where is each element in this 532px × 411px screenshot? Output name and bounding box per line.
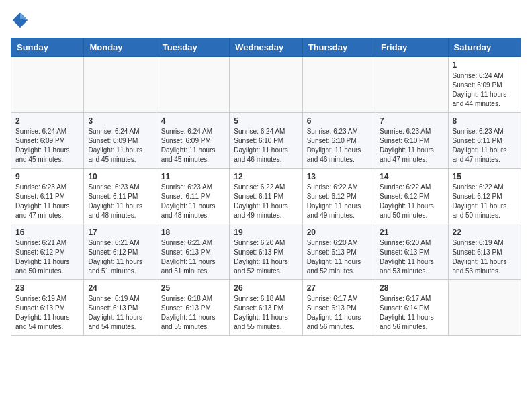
day-info: Sunrise: 6:18 AM Sunset: 6:13 PM Dayligh…	[234, 294, 298, 332]
day-info: Sunrise: 6:21 AM Sunset: 6:12 PM Dayligh…	[88, 238, 152, 276]
day-info: Sunrise: 6:19 AM Sunset: 6:13 PM Dayligh…	[15, 294, 79, 332]
calendar-cell: 28Sunrise: 6:17 AM Sunset: 6:14 PM Dayli…	[375, 280, 448, 336]
day-number: 3	[88, 116, 152, 126]
calendar-cell: 10Sunrise: 6:23 AM Sunset: 6:11 PM Dayli…	[84, 169, 157, 224]
day-info: Sunrise: 6:20 AM Sunset: 6:13 PM Dayligh…	[234, 238, 298, 276]
day-number: 25	[161, 283, 225, 293]
calendar-cell: 2Sunrise: 6:24 AM Sunset: 6:09 PM Daylig…	[11, 113, 84, 169]
calendar-cell	[84, 57, 157, 113]
calendar-header-tuesday: Tuesday	[157, 38, 229, 57]
calendar-cell: 22Sunrise: 6:19 AM Sunset: 6:13 PM Dayli…	[448, 224, 521, 280]
calendar-cell: 13Sunrise: 6:22 AM Sunset: 6:12 PM Dayli…	[302, 169, 375, 224]
day-info: Sunrise: 6:22 AM Sunset: 6:12 PM Dayligh…	[380, 183, 443, 220]
calendar-table: SundayMondayTuesdayWednesdayThursdayFrid…	[11, 38, 521, 336]
day-number: 2	[15, 116, 79, 126]
calendar-cell: 23Sunrise: 6:19 AM Sunset: 6:13 PM Dayli…	[11, 280, 84, 336]
calendar-cell: 1Sunrise: 6:24 AM Sunset: 6:09 PM Daylig…	[448, 57, 521, 113]
day-info: Sunrise: 6:20 AM Sunset: 6:13 PM Dayligh…	[380, 238, 443, 276]
calendar-header-friday: Friday	[375, 38, 448, 57]
day-info: Sunrise: 6:22 AM Sunset: 6:12 PM Dayligh…	[307, 183, 371, 220]
calendar-cell: 19Sunrise: 6:20 AM Sunset: 6:13 PM Dayli…	[230, 224, 302, 280]
calendar-cell: 5Sunrise: 6:24 AM Sunset: 6:10 PM Daylig…	[230, 113, 302, 169]
day-info: Sunrise: 6:21 AM Sunset: 6:13 PM Dayligh…	[161, 238, 225, 276]
day-number: 1	[453, 60, 517, 70]
calendar-cell: 3Sunrise: 6:24 AM Sunset: 6:09 PM Daylig…	[84, 113, 157, 169]
day-number: 16	[15, 228, 79, 237]
day-number: 13	[307, 172, 371, 181]
calendar-week-1: 1Sunrise: 6:24 AM Sunset: 6:09 PM Daylig…	[11, 57, 521, 113]
calendar-cell: 26Sunrise: 6:18 AM Sunset: 6:13 PM Dayli…	[230, 280, 302, 336]
day-number: 6	[307, 116, 371, 126]
day-number: 20	[307, 228, 371, 237]
day-info: Sunrise: 6:24 AM Sunset: 6:09 PM Dayligh…	[88, 127, 152, 165]
day-number: 14	[380, 172, 443, 181]
calendar-cell: 27Sunrise: 6:17 AM Sunset: 6:13 PM Dayli…	[302, 280, 375, 336]
calendar-header-monday: Monday	[84, 38, 157, 57]
day-number: 18	[161, 228, 225, 237]
calendar-cell: 16Sunrise: 6:21 AM Sunset: 6:12 PM Dayli…	[11, 224, 84, 280]
day-info: Sunrise: 6:22 AM Sunset: 6:11 PM Dayligh…	[234, 183, 298, 220]
day-number: 23	[15, 283, 79, 293]
calendar-week-2: 2Sunrise: 6:24 AM Sunset: 6:09 PM Daylig…	[11, 113, 521, 169]
calendar-cell: 21Sunrise: 6:20 AM Sunset: 6:13 PM Dayli…	[375, 224, 448, 280]
day-number: 12	[234, 172, 298, 181]
day-info: Sunrise: 6:23 AM Sunset: 6:11 PM Dayligh…	[453, 127, 517, 165]
day-number: 21	[380, 228, 443, 237]
page-header	[11, 11, 521, 30]
day-info: Sunrise: 6:19 AM Sunset: 6:13 PM Dayligh…	[88, 294, 152, 332]
day-number: 24	[88, 283, 152, 293]
day-number: 15	[453, 172, 517, 181]
day-info: Sunrise: 6:24 AM Sunset: 6:10 PM Dayligh…	[234, 127, 298, 165]
day-info: Sunrise: 6:23 AM Sunset: 6:11 PM Dayligh…	[161, 183, 225, 220]
calendar-week-3: 9Sunrise: 6:23 AM Sunset: 6:11 PM Daylig…	[11, 169, 521, 224]
calendar-cell: 14Sunrise: 6:22 AM Sunset: 6:12 PM Dayli…	[375, 169, 448, 224]
calendar-cell: 12Sunrise: 6:22 AM Sunset: 6:11 PM Dayli…	[230, 169, 302, 224]
calendar-cell	[157, 57, 229, 113]
calendar-week-5: 23Sunrise: 6:19 AM Sunset: 6:13 PM Dayli…	[11, 280, 521, 336]
calendar-header-saturday: Saturday	[448, 38, 521, 57]
calendar-cell: 7Sunrise: 6:23 AM Sunset: 6:10 PM Daylig…	[375, 113, 448, 169]
day-info: Sunrise: 6:17 AM Sunset: 6:13 PM Dayligh…	[307, 294, 371, 332]
calendar-week-4: 16Sunrise: 6:21 AM Sunset: 6:12 PM Dayli…	[11, 224, 521, 280]
day-number: 5	[234, 116, 298, 126]
day-number: 11	[161, 172, 225, 181]
day-info: Sunrise: 6:23 AM Sunset: 6:11 PM Dayligh…	[88, 183, 152, 220]
calendar-cell	[375, 57, 448, 113]
calendar-cell: 8Sunrise: 6:23 AM Sunset: 6:11 PM Daylig…	[448, 113, 521, 169]
day-info: Sunrise: 6:23 AM Sunset: 6:10 PM Dayligh…	[380, 127, 443, 165]
day-info: Sunrise: 6:17 AM Sunset: 6:14 PM Dayligh…	[380, 294, 443, 332]
calendar-cell: 25Sunrise: 6:18 AM Sunset: 6:13 PM Dayli…	[157, 280, 229, 336]
day-number: 28	[380, 283, 443, 293]
calendar-cell	[448, 280, 521, 336]
day-number: 7	[380, 116, 443, 126]
day-info: Sunrise: 6:21 AM Sunset: 6:12 PM Dayligh…	[15, 238, 79, 276]
calendar-header-wednesday: Wednesday	[230, 38, 302, 57]
calendar-header-thursday: Thursday	[302, 38, 375, 57]
day-number: 9	[15, 172, 79, 181]
calendar-cell	[302, 57, 375, 113]
day-number: 22	[453, 228, 517, 237]
calendar-cell: 20Sunrise: 6:20 AM Sunset: 6:13 PM Dayli…	[302, 224, 375, 280]
calendar-cell: 9Sunrise: 6:23 AM Sunset: 6:11 PM Daylig…	[11, 169, 84, 224]
calendar-cell: 17Sunrise: 6:21 AM Sunset: 6:12 PM Dayli…	[84, 224, 157, 280]
calendar-cell: 11Sunrise: 6:23 AM Sunset: 6:11 PM Dayli…	[157, 169, 229, 224]
svg-marker-1	[20, 13, 28, 20]
day-info: Sunrise: 6:22 AM Sunset: 6:12 PM Dayligh…	[453, 183, 517, 220]
day-number: 26	[234, 283, 298, 293]
day-number: 10	[88, 172, 152, 181]
day-info: Sunrise: 6:24 AM Sunset: 6:09 PM Dayligh…	[453, 71, 517, 109]
day-info: Sunrise: 6:23 AM Sunset: 6:10 PM Dayligh…	[307, 127, 371, 165]
day-number: 27	[307, 283, 371, 293]
day-info: Sunrise: 6:19 AM Sunset: 6:13 PM Dayligh…	[453, 238, 517, 276]
day-info: Sunrise: 6:24 AM Sunset: 6:09 PM Dayligh…	[161, 127, 225, 165]
calendar-cell: 24Sunrise: 6:19 AM Sunset: 6:13 PM Dayli…	[84, 280, 157, 336]
calendar-cell	[11, 57, 84, 113]
day-info: Sunrise: 6:20 AM Sunset: 6:13 PM Dayligh…	[307, 238, 371, 276]
day-number: 19	[234, 228, 298, 237]
calendar-cell: 15Sunrise: 6:22 AM Sunset: 6:12 PM Dayli…	[448, 169, 521, 224]
calendar-header-row: SundayMondayTuesdayWednesdayThursdayFrid…	[11, 38, 521, 57]
day-info: Sunrise: 6:24 AM Sunset: 6:09 PM Dayligh…	[15, 127, 79, 165]
day-info: Sunrise: 6:18 AM Sunset: 6:13 PM Dayligh…	[161, 294, 225, 332]
logo-icon	[11, 11, 30, 30]
calendar-cell: 6Sunrise: 6:23 AM Sunset: 6:10 PM Daylig…	[302, 113, 375, 169]
